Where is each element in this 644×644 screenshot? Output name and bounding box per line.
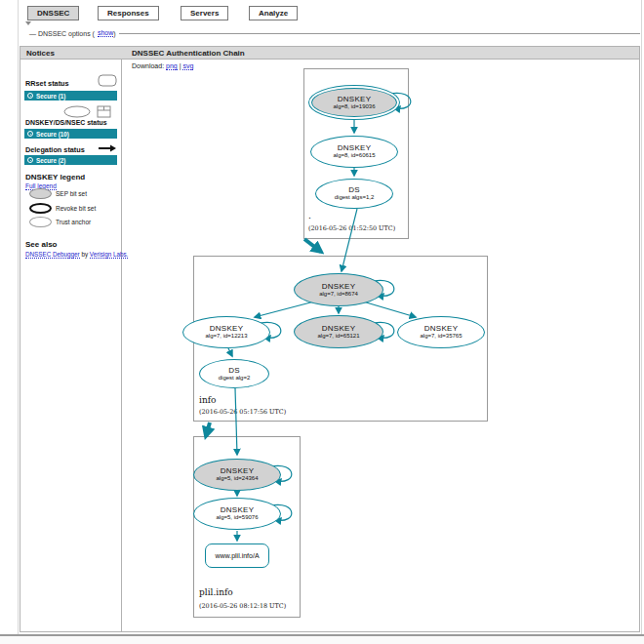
secure-status-icon (27, 93, 33, 99)
zone-name-root: . (308, 211, 311, 221)
legend-sep-label: SEP bit set (56, 190, 87, 197)
node-sub: digest alg=2 (219, 375, 251, 382)
dnskey-node-24364[interactable]: DNSKEY alg=5, id=24364 (193, 459, 281, 491)
download-separator: | (180, 62, 181, 69)
delegation-arrow-icon (98, 143, 117, 153)
tab-responses[interactable]: Responses (98, 6, 159, 20)
node-title: DNSKEY (338, 144, 372, 152)
node-sub: alg=7, id=65121 (317, 333, 359, 340)
dnskey-node-59076[interactable]: DNSKEY alg=5, id=59076 (193, 498, 281, 530)
zone-name-info: info (199, 395, 216, 405)
node-sub: alg=5, id=59076 (216, 514, 258, 521)
options-divider-rule (119, 33, 640, 34)
dnskey-node-60615[interactable]: DNSKEY alg=8, id=60615 (310, 136, 398, 168)
notices-sidebar: RRset status Secure (1) DNSKEY/DS/NSEC s… (20, 60, 122, 631)
ds-node-root[interactable]: DS digest algs=1,2 (315, 179, 393, 209)
zone-timestamp-plil-info: (2016-05-26 08:12:18 UTC) (199, 602, 286, 610)
download-svg-link[interactable]: svg (182, 62, 193, 70)
tab-dnssec[interactable]: DNSSEC (27, 6, 79, 20)
footer-area (0, 636, 644, 644)
secure-status-icon (27, 131, 33, 137)
dnssec-options-suffix: ) (113, 30, 115, 37)
node-sub: alg=8, id=19036 (333, 103, 375, 110)
active-tab-caret-icon (25, 21, 31, 25)
zone-timestamp-root: (2016-05-26 01:52:50 UTC) (308, 224, 395, 232)
download-label: Download: (132, 62, 164, 69)
delegation-secure-count: Secure (2) (36, 157, 65, 164)
dnskey-secure-count: Secure (10) (36, 131, 69, 138)
see-also-line: DNSSEC Debugger by Verisign Labs. (25, 251, 128, 258)
node-title: DNSKEY (322, 325, 356, 333)
delegation-status-heading: Delegation status (25, 145, 85, 154)
dnskey-node-19036-inner: DNSKEY alg=8, id=19036 (311, 88, 397, 117)
trust-anchor-swatch-icon (29, 217, 52, 227)
node-sub: alg=5, id=24364 (216, 475, 258, 482)
node-sub: alg=8, id=60615 (333, 152, 375, 159)
dnssec-options-prefix: — DNSSEC options ( (29, 30, 95, 37)
verisign-labs-link[interactable]: Verisign Labs. (90, 251, 129, 259)
dnskey-node-12213[interactable]: DNSKEY alg=7, id=12213 (182, 316, 270, 348)
dnskey-node-65121[interactable]: DNSKEY alg=7, id=65121 (294, 315, 383, 348)
node-title: DNSKEY (210, 325, 244, 333)
node-title: DNSKEY (322, 283, 356, 291)
revoke-bit-swatch-icon (29, 203, 52, 214)
ds-box-icon (97, 105, 111, 118)
legend-trust-anchor-label: Trust anchor (56, 219, 91, 225)
dnskey-status-secure-bar[interactable]: Secure (10) (24, 129, 117, 139)
node-title: DNSKEY (221, 467, 255, 475)
dnssec-options-show-link[interactable]: show (98, 29, 113, 37)
dnskey-legend-heading: DNSKEY legend (25, 173, 85, 181)
legend-revoke-label: Revoke bit set (56, 205, 96, 212)
rrset-status-secure-bar[interactable]: Secure (1) (24, 91, 117, 101)
node-title: DNSKEY (338, 96, 372, 103)
dnssec-options-bar: — DNSSEC options ( show ) (29, 28, 640, 38)
rrset-node-www-plil-info-a[interactable]: www.plil.info/A (205, 543, 269, 568)
rrset-status-heading: RRset status (25, 79, 69, 88)
node-sub: alg=7, id=35765 (420, 333, 462, 340)
rrset-label: www.plil.info/A (215, 552, 259, 559)
tab-analyze[interactable]: Analyze (249, 6, 298, 20)
node-title: DNSKEY (221, 506, 255, 514)
notices-title: Notices (26, 49, 55, 58)
see-also-heading: See also (25, 240, 57, 249)
dnskey-ellipse-icon (63, 105, 91, 118)
rrset-shape-icon (98, 74, 117, 87)
node-title: DS (348, 186, 360, 194)
node-title: DS (228, 367, 240, 375)
download-png-link[interactable]: png (166, 62, 178, 70)
delegation-status-secure-bar[interactable]: Secure (2) (24, 155, 117, 165)
dnskey-node-8674[interactable]: DNSKEY alg=7, id=8674 (294, 273, 383, 306)
node-sub: alg=7, id=8674 (319, 291, 358, 298)
zone-name-plil-info: plil.info (199, 587, 233, 597)
dnskey-node-19036[interactable]: DNSKEY alg=8, id=19036 (308, 85, 400, 120)
node-sub: alg=7, id=12213 (205, 333, 247, 340)
dnssec-debugger-link[interactable]: DNSSEC Debugger (25, 251, 80, 259)
chain-title: DNSSEC Authentication Chain (132, 49, 245, 58)
tab-servers[interactable]: Servers (181, 6, 228, 20)
node-sub: digest algs=1,2 (335, 194, 375, 201)
secure-status-icon (27, 157, 33, 163)
zone-timestamp-info: (2016-05-26 05:17:56 UTC) (199, 408, 286, 416)
ds-node-info[interactable]: DS digest alg=2 (199, 359, 269, 388)
dnskey-ds-nsec-status-heading: DNSKEY/DS/NSEC status (25, 119, 106, 126)
panel-header: Notices DNSSEC Authentication Chain (20, 47, 639, 60)
rrset-secure-count: Secure (1) (36, 93, 65, 100)
sep-bit-swatch-icon (29, 188, 52, 199)
node-title: DNSKEY (424, 325, 459, 333)
see-also-by: by (81, 251, 88, 258)
download-row: Download: png | svg (132, 62, 193, 69)
dnskey-node-35765[interactable]: DNSKEY alg=7, id=35765 (397, 316, 485, 348)
